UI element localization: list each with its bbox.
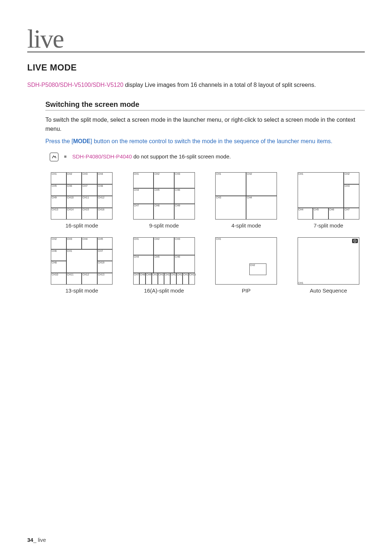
channel-cell: CH6: [174, 188, 195, 204]
channel-cell: CH8: [97, 184, 113, 196]
diagram-7-split: CH2CH1CH3CH4CH5CH6CH7 7-split mode: [292, 172, 365, 229]
diagram-9-split: CH1CH2CH3CH4CH5CH6CH7CH8CH9 9-split mode: [128, 172, 201, 229]
sub-rule: [45, 110, 365, 110]
channel-cell: CH3: [174, 172, 195, 188]
channel-cell: CH1: [51, 172, 66, 184]
channel-cell: CH8: [139, 273, 146, 285]
body2-pre: Press the [: [45, 138, 73, 144]
channel-cell: CH11: [158, 273, 164, 285]
channel-cell: CH4: [133, 255, 154, 273]
diagram-13-split: CH2CH3CH4CH5CH6CH1CH7CH8CH19CH10CH11CH12…: [45, 237, 118, 294]
channel-cell: CH7: [133, 204, 154, 219]
channel-cell: CH3: [174, 237, 195, 255]
body-text-1: To switch the split mode, select a scree…: [45, 116, 365, 134]
diagram-pip: CH1CH2 PIP: [210, 237, 283, 294]
channel-cell: CH5: [154, 255, 174, 273]
diagram-box: CH1CH2CH3CH4CH5CH6CH7CH8CH9: [133, 172, 195, 219]
channel-cell: CH2: [154, 237, 174, 255]
channel-cell: CH12: [164, 273, 170, 285]
channel-cell: CH1: [133, 172, 154, 188]
caption: 16-split mode: [45, 222, 118, 229]
diagram-box: CH2CH3CH4CH5CH6CH1CH7CH8CH19CH10CH11CH12…: [51, 237, 113, 285]
diagram-box: CH1CH2: [215, 237, 277, 285]
body2-mode: MODE: [73, 138, 90, 144]
note-rest: do not support the 16-split screen mode.: [132, 153, 231, 160]
channel-cell: CH19: [97, 261, 113, 273]
note-row: SDH-P4080/SDH-P4040 do not support the 1…: [45, 153, 365, 161]
diagram-box: CH1CH2CH3CH4CH5CH6CH7CH8CH9CH10CH11CH12C…: [133, 237, 195, 285]
channel-cell: CH2: [51, 237, 66, 249]
channel-cell: CH7: [344, 208, 359, 220]
channel-cell: CH4: [133, 188, 154, 204]
channel-cell: CH4: [298, 208, 313, 220]
channel-cell: CH2: [154, 172, 174, 188]
channel-cell: CH6: [66, 184, 82, 196]
channel-cell: CH1: [66, 249, 97, 273]
cycle-icon: [352, 239, 358, 243]
caption: 7-split mode: [292, 222, 365, 229]
channel-cell: CH16: [189, 273, 195, 285]
channel-cell: CH2: [249, 263, 267, 275]
channel-cell: CH2: [246, 172, 277, 196]
brand-rule: [27, 52, 365, 52]
channel-cell: CH16: [97, 208, 113, 220]
channel-cell: CH7: [97, 249, 113, 261]
channel-cell: CH10: [66, 196, 82, 208]
caption: 13-split mode: [45, 287, 118, 294]
caption: 9-split mode: [128, 222, 201, 229]
diagrams-grid: CH1CH2CH3CH4CH5CH6CH7CH8CH9CH10CH11CH12C…: [45, 172, 365, 294]
intro-models: SDH-P5080/SDH-V5100/SDH-V5120: [27, 82, 123, 88]
bullet-icon: [64, 156, 66, 158]
channel-cell: CH13: [51, 208, 66, 220]
channel-cell: CH3: [344, 184, 359, 208]
channel-cell: CH6: [174, 255, 195, 273]
channel-cell: CH11: [66, 273, 82, 285]
channel-cell: CH11: [82, 196, 97, 208]
body-text-2: Press the [MODE] button on the remote co…: [45, 137, 365, 146]
section-title: LIVE MODE: [27, 63, 365, 73]
channel-cell: CH15: [82, 208, 97, 220]
channel-cell: CH5: [154, 188, 174, 204]
channel-cell: CH9: [174, 204, 195, 219]
caption: 16(A)-split mode: [128, 287, 201, 294]
channel-cell: CH7: [82, 184, 97, 196]
note-text: SDH-P4080/SDH-P4040 do not support the 1…: [72, 153, 231, 161]
sub-title: Switching the screen mode: [45, 100, 365, 109]
channel-cell: CH1: [215, 237, 277, 285]
channel-cell: CH7: [133, 273, 139, 285]
channel-cell: CH1: [215, 172, 246, 196]
channel-cell: CH13: [97, 273, 113, 285]
diagram-box: CH1CH2CH3CH4: [215, 172, 277, 219]
diagram-16-split: CH1CH2CH3CH4CH5CH6CH7CH8CH9CH10CH11CH12C…: [45, 172, 118, 229]
channel-cell: CH3: [215, 196, 246, 219]
channel-cell: CH5: [51, 184, 66, 196]
channel-cell: CH15: [183, 273, 189, 285]
diagram-16a-split: CH1CH2CH3CH4CH5CH6CH7CH8CH9CH10CH11CH12C…: [128, 237, 201, 294]
channel-cell: CH6: [328, 208, 344, 220]
channel-cell: CH3: [82, 172, 97, 184]
channel-cell: CH1: [298, 237, 359, 285]
channel-cell: CH2: [344, 172, 359, 184]
channel-cell: CH1: [298, 172, 344, 208]
caption: Auto Sequence: [292, 287, 365, 294]
subsection: Switching the screen mode To switch the …: [27, 100, 365, 294]
channel-cell: CH13: [170, 273, 176, 285]
caption: 4-split mode: [210, 222, 283, 229]
channel-cell: CH4: [82, 237, 97, 249]
diagram-box: CH2CH1CH3CH4CH5CH6CH7: [298, 172, 359, 219]
channel-cell: CH5: [97, 237, 113, 249]
channel-cell: CH9: [51, 196, 66, 208]
channel-cell: CH3: [66, 237, 82, 249]
channel-cell: CH8: [51, 261, 66, 273]
channel-cell: CH1: [133, 237, 154, 255]
footer-section: live: [38, 537, 46, 543]
footer-sep: _: [33, 537, 38, 543]
diagram-auto-sequence: CH1 Auto Sequence: [292, 237, 365, 294]
channel-cell: CH10: [152, 273, 158, 285]
channel-cell: CH10: [51, 273, 66, 285]
note-icon: [50, 153, 58, 161]
diagram-box: CH1: [298, 237, 359, 285]
page-footer: 34_ live: [27, 537, 46, 543]
channel-cell: CH14: [176, 273, 183, 285]
channel-cell: CH4: [97, 172, 113, 184]
